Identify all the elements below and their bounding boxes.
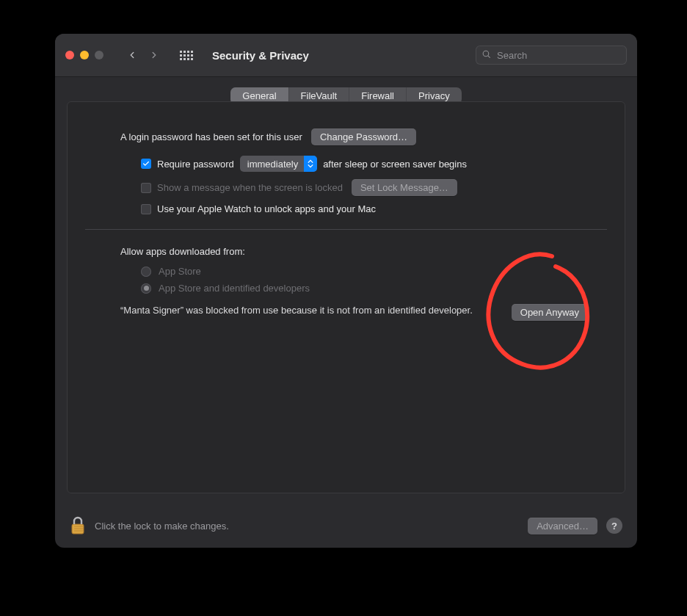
advanced-button[interactable]: Advanced… — [528, 518, 597, 535]
allow-appstore-label: App Store — [159, 266, 201, 277]
help-button[interactable]: ? — [606, 518, 622, 534]
minimize-window-button[interactable] — [80, 51, 89, 59]
svg-line-1 — [488, 56, 490, 57]
require-password-label-suffix: after sleep or screen saver begins — [323, 159, 467, 170]
allow-identified-radio[interactable] — [141, 283, 151, 294]
allow-identified-label: App Store and identified developers — [159, 283, 310, 294]
window-title: Security & Privacy — [212, 49, 309, 62]
toolbar: Security & Privacy — [55, 34, 637, 77]
lock-icon[interactable] — [70, 515, 86, 536]
allow-apps-label: Allow apps downloaded from: — [120, 246, 588, 257]
svg-point-0 — [483, 51, 489, 57]
forward-button[interactable] — [145, 46, 164, 65]
show-message-label: Show a message when the screen is locked — [157, 182, 343, 193]
apple-watch-unlock-label: Use your Apple Watch to unlock apps and … — [157, 203, 376, 214]
select-stepper-icon — [304, 156, 317, 172]
content-panel: A login password has been set for this u… — [67, 101, 625, 493]
footer: Click the lock to make changes. Advanced… — [55, 504, 637, 548]
allow-appstore-radio[interactable] — [141, 267, 151, 277]
show-all-icon[interactable] — [177, 46, 196, 65]
close-window-button[interactable] — [65, 51, 74, 59]
zoom-window-button[interactable] — [95, 51, 103, 59]
system-preferences-window: Security & Privacy General FileVault Fir… — [55, 34, 637, 548]
window-controls — [65, 51, 103, 59]
apple-watch-unlock-checkbox[interactable] — [141, 204, 151, 214]
login-password-label: A login password has been set for this u… — [120, 131, 302, 142]
search-icon — [481, 49, 491, 61]
set-lock-message-button[interactable]: Set Lock Message… — [352, 179, 457, 196]
require-password-delay-select[interactable]: immediately — [240, 156, 317, 172]
search-input[interactable] — [495, 49, 622, 62]
require-password-checkbox[interactable] — [141, 159, 151, 169]
svg-rect-2 — [72, 524, 84, 534]
back-button[interactable] — [123, 46, 142, 65]
open-anyway-button[interactable]: Open Anyway — [512, 304, 588, 321]
require-password-label-prefix: Require password — [157, 159, 234, 170]
show-message-checkbox[interactable] — [141, 183, 151, 193]
search-field[interactable] — [476, 46, 627, 65]
blocked-app-message: “Manta Signer” was blocked from use beca… — [120, 304, 498, 318]
change-password-button[interactable]: Change Password… — [311, 128, 416, 145]
lock-hint-label: Click the lock to make changes. — [95, 521, 229, 532]
